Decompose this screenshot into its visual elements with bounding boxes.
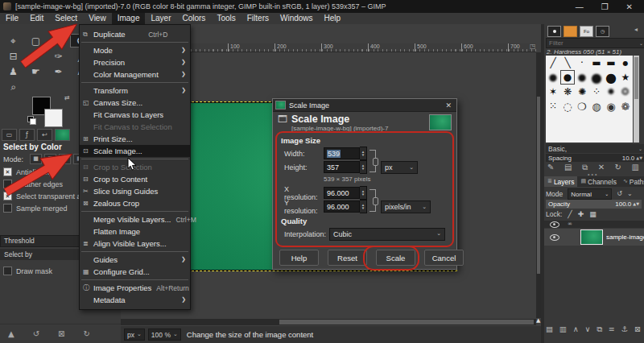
tool-preset-icon[interactable]: ↻ [83,330,89,338]
mode-options-icon[interactable]: ⌄ [627,191,633,197]
brush-thumbnail[interactable]: ● [575,70,589,85]
opacity-spinner[interactable]: ▲▼ [633,202,639,206]
lock-icon[interactable]: ╱ [568,211,572,218]
menu-item[interactable]: Mode ❯ [80,44,190,56]
lock-icon[interactable]: ▦ [589,211,597,218]
resolution-unit-dropdown[interactable]: pixels/in ⌄ [381,200,431,213]
menu-item[interactable]: ✂ Slice Using Guides [80,185,190,197]
spacing-spinner[interactable]: ▲▼ [636,156,642,160]
brush-thumbnail[interactable]: ❍ [575,99,589,114]
brush-thumbnail[interactable]: ╲ [560,56,575,70]
menu-bar-item[interactable]: Filters [242,13,275,24]
menu-item[interactable]: ⊟ Crop to Content [80,173,190,185]
layer-visibility-eye-icon[interactable] [550,234,559,241]
tool-button[interactable]: ⌕ [2,80,24,93]
brush-thumbnail[interactable]: · [575,56,589,70]
document-history-tab[interactable]: ◷ [596,26,609,37]
dialog-button[interactable]: Help [279,250,319,266]
panel-tab[interactable]: ∿ Paths [620,176,644,187]
height-input[interactable]: 357 [324,161,360,173]
brush-thumbnail[interactable]: ◍ [589,99,604,114]
panel-tab[interactable]: ▤ Channels [577,176,620,187]
tool-button[interactable]: ⌖ [2,34,24,48]
layer-action-icon[interactable]: ⊠ [634,325,641,333]
fg-bg-color-widget[interactable]: ⇄ [27,95,77,134]
dialog-button[interactable]: Scale [376,250,415,266]
swap-colors-icon[interactable]: ⇄ [64,95,70,101]
brush-thumbnail[interactable]: ✸ [604,85,618,99]
layer-row[interactable]: sample-image [544,229,644,246]
width-height-chain-icon[interactable] [369,150,376,172]
fonts-tab[interactable]: Fo [580,26,593,37]
brush-thumbnail[interactable]: ● [560,70,575,85]
brush-action-icon[interactable]: ▥ [632,163,639,172]
brush-thumbnail[interactable]: ❂ [618,85,633,99]
x-resolution-input[interactable]: 96.000 [324,187,360,199]
layer-mode-dropdown[interactable]: Normal ⌄ [568,188,612,200]
height-spinner[interactable]: ▲▼ [360,160,367,174]
ruler-corner-icon[interactable]: ◳ [530,43,536,50]
dialog-title-bar[interactable]: Scale Image ✕ [273,99,456,112]
horizontal-scrollbar[interactable] [121,319,536,325]
default-colors-icon[interactable] [27,116,35,124]
reset-mode-icon[interactable]: ↺ [617,191,622,197]
menu-bar-item[interactable]: Edit [24,13,49,24]
width-input[interactable]: 539 [324,147,360,159]
draw-mask-checkbox[interactable] [3,267,12,275]
maximize-button[interactable]: ❐ [601,2,609,11]
menu-item[interactable]: ⊠ Zealous Crop [80,197,190,209]
tool-preset-icon[interactable]: ▲ [8,330,14,338]
tool-button[interactable]: ♟ [2,64,24,78]
menu-item[interactable]: Fit Canvas to Selection [80,121,190,133]
brush-thumbnail[interactable]: ✶ [546,85,560,99]
dock-tab-icon[interactable]: ▭ [2,129,17,141]
background-color-swatch[interactable] [44,109,63,127]
brush-thumbnail[interactable]: ❋ [560,85,575,99]
menu-item[interactable]: ▦ Configure Grid... [80,266,190,278]
brush-action-icon[interactable]: ▤ [564,163,572,172]
brush-thumbnail[interactable]: ╱ [546,56,560,70]
brush-action-icon[interactable]: ✎ [547,163,554,172]
brush-thumbnail[interactable]: ⁙ [546,99,560,114]
layer-action-icon[interactable]: ∨ [584,325,590,333]
size-unit-dropdown[interactable]: px ⌄ [381,161,418,174]
brush-action-icon[interactable]: ✕ [598,163,605,172]
menu-bar-item[interactable]: Layer [145,13,176,24]
layer-action-icon[interactable]: ≡ [609,325,615,333]
brush-action-icon[interactable]: ↻ [615,163,621,172]
layer-action-icon[interactable]: ⚓ [621,325,629,333]
dock-tab-icon[interactable]: ↩ [37,129,52,141]
menu-item[interactable]: Metadata ❯ [80,294,190,306]
dialog-button[interactable]: Reset [328,250,367,266]
opacity-slider[interactable]: Opacity 100.0 ▲▼ [546,200,642,209]
menu-bar-item[interactable]: Image [112,13,146,24]
menu-item[interactable]: Fit Canvas to Layers [80,109,190,121]
layer-action-icon[interactable]: ∧ [573,325,579,333]
menu-item[interactable]: ⊞ Print Size... [80,133,190,145]
brush-thumbnail[interactable]: ▬ [589,56,604,70]
layer-action-icon[interactable]: ▥ [559,325,567,333]
menu-item[interactable]: ⧉ Duplicate Ctrl+D [80,28,190,40]
menu-item[interactable]: Transform ❯ [80,85,190,97]
brush-thumbnail[interactable]: ● [589,70,604,85]
resolution-chain-icon[interactable] [369,189,376,212]
menu-item[interactable]: Precision ❯ [80,56,190,68]
brush-thumbnail[interactable]: ★ [618,70,633,85]
threshold-slider[interactable]: Threshold [0,235,92,247]
menu-item[interactable]: ≣ Align Visible Layers... [80,238,190,250]
menu-bar-item[interactable]: File [0,13,24,24]
menu-bar-item[interactable]: View [83,13,112,24]
brush-thumbnail[interactable]: ✺ [575,85,589,99]
brush-action-icon[interactable]: ⧉ [582,163,588,172]
brush-group-dropdown[interactable]: Basic, ⌄ [546,144,644,153]
dialog-close-button[interactable]: ✕ [445,101,456,110]
tool-preset-icon[interactable]: ↺ [33,330,39,338]
brush-grid-scrollbar[interactable] [634,56,639,143]
menu-item[interactable]: Color Management ❯ [80,68,190,81]
dock-menu-icon[interactable]: ◂ [634,27,638,33]
x-resolution-spinner[interactable]: ▲▼ [360,186,367,200]
dock-tab-icon[interactable]: ƒ [19,129,35,141]
close-button[interactable]: ✕ [626,2,633,11]
menu-bar-item[interactable]: Colors [176,13,211,24]
width-spinner[interactable]: ▲▼ [360,147,367,160]
